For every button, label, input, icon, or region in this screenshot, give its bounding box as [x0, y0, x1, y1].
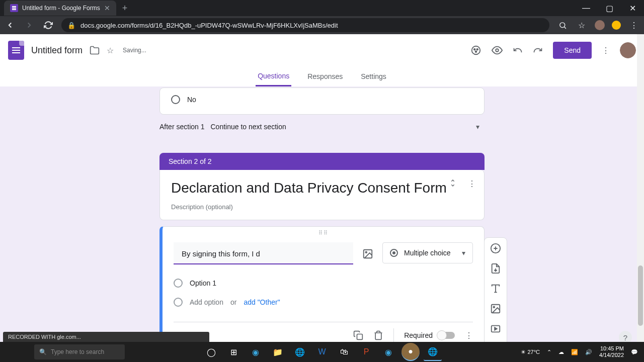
collapse-section-icon[interactable]	[449, 179, 457, 189]
radio-icon	[171, 95, 180, 104]
previous-question-card[interactable]: No	[159, 87, 485, 115]
volume-icon[interactable]: 🔊	[585, 349, 592, 355]
section-header-card[interactable]: Declaration and Data Privacy Consent For…	[159, 170, 485, 220]
cortana-icon[interactable]: ◯	[202, 343, 220, 361]
radio-type-icon	[390, 249, 398, 257]
move-to-folder-icon[interactable]	[90, 45, 100, 55]
add-video-icon[interactable]	[490, 323, 501, 334]
preview-icon[interactable]	[492, 45, 503, 56]
required-label: Required	[404, 331, 433, 339]
question-type-dropdown[interactable]: Multiple choice ▾	[382, 242, 473, 263]
window-close[interactable]: ✕	[621, 0, 644, 16]
svg-point-4	[475, 51, 477, 52]
theme-icon[interactable]	[470, 45, 481, 56]
wifi-icon[interactable]: 📶	[571, 349, 578, 355]
add-image-toolbar-icon[interactable]	[490, 303, 501, 314]
option-text[interactable]: Option 1	[190, 279, 216, 287]
undo-icon[interactable]	[513, 45, 523, 55]
save-status: Saving...	[123, 47, 146, 54]
tray-chevron-icon[interactable]: ⌃	[547, 349, 551, 355]
chrome-active-icon[interactable]: 🌐	[424, 343, 442, 361]
notifications-icon[interactable]: 💬	[631, 349, 638, 355]
question-input[interactable]	[182, 249, 345, 258]
explorer-icon[interactable]: 📁	[269, 343, 287, 361]
svg-point-11	[493, 306, 495, 308]
dropdown-arrow-icon: ▾	[476, 123, 479, 131]
word-icon[interactable]: W	[313, 343, 331, 361]
section-action-dropdown[interactable]: Continue to next section ▾	[211, 123, 485, 131]
forms-favicon	[10, 4, 18, 12]
window-minimize[interactable]: —	[575, 0, 598, 16]
bookmark-icon[interactable]: ☆	[576, 21, 588, 30]
forward-button[interactable]	[23, 21, 35, 30]
svg-point-0	[559, 22, 565, 27]
svg-point-3	[477, 49, 478, 50]
add-image-icon[interactable]	[362, 242, 373, 259]
url-text: docs.google.com/forms/d/16_B2HQdb_-uPIDW…	[80, 22, 338, 29]
star-icon[interactable]: ☆	[107, 46, 114, 55]
import-questions-icon[interactable]	[490, 263, 501, 274]
section-menu-icon[interactable]: ⋮	[468, 179, 476, 189]
more-menu-icon[interactable]: ⋮	[602, 46, 610, 55]
svg-point-7	[365, 251, 367, 253]
edge-icon[interactable]: ◉	[247, 343, 265, 361]
redo-icon[interactable]	[533, 45, 543, 55]
section-title[interactable]: Declaration and Data Privacy Consent For…	[171, 180, 473, 196]
after-section-label: After section 1	[159, 123, 205, 131]
recorded-with-badge: RECORDED WITH gle.com...	[3, 332, 209, 342]
tab-settings[interactable]: Settings	[359, 66, 388, 86]
windows-taskbar: 🔍 Type here to search ◯ ⊞ ◉ 📁 🌐 W 🛍 P ◉ …	[0, 342, 644, 362]
taskbar-search[interactable]: 🔍 Type here to search	[34, 344, 125, 359]
address-bar[interactable]: 🔒 docs.google.com/forms/d/16_B2HQdb_-uPI…	[61, 18, 549, 32]
svg-rect-8	[357, 334, 363, 340]
add-other-button[interactable]: add "Other"	[244, 298, 280, 306]
zoom-icon[interactable]	[556, 21, 569, 30]
add-option-button[interactable]: Add option	[190, 298, 223, 306]
onedrive-icon[interactable]: ☁	[558, 349, 564, 355]
powerpoint-icon[interactable]: P	[357, 343, 375, 361]
add-title-icon[interactable]	[490, 283, 501, 294]
duplicate-icon[interactable]	[353, 330, 363, 340]
question-type-label: Multiple choice	[404, 249, 451, 257]
question-menu-icon[interactable]: ⋮	[465, 331, 473, 340]
store-icon[interactable]: 🛍	[335, 343, 353, 361]
section-action-value: Continue to next section	[211, 123, 286, 131]
svg-point-2	[474, 49, 475, 50]
weather-widget[interactable]: ☀ 27°C	[521, 349, 540, 355]
back-button[interactable]	[4, 21, 16, 30]
chevron-down-icon: ▾	[462, 249, 465, 257]
tab-responses[interactable]: Responses	[305, 66, 345, 86]
question-card[interactable]: ⠿⠿ Multiple choice ▾ Option 1	[159, 226, 485, 349]
profile-avatar[interactable]	[595, 20, 605, 30]
add-question-icon[interactable]	[490, 243, 501, 254]
browser-tab[interactable]: Untitled form - Google Forms ✕	[4, 1, 116, 16]
edge2-icon[interactable]: ◉	[379, 343, 397, 361]
svg-point-5	[496, 49, 499, 52]
close-tab-icon[interactable]: ✕	[104, 4, 110, 12]
reload-button[interactable]	[42, 21, 54, 30]
svg-point-1	[472, 46, 480, 55]
send-button[interactable]: Send	[553, 42, 592, 59]
user-avatar[interactable]	[620, 42, 636, 58]
section-navigation: After section 1 Continue to next section…	[159, 115, 485, 139]
radio-icon	[174, 298, 183, 307]
option-label: No	[187, 96, 196, 104]
required-toggle[interactable]	[438, 332, 455, 339]
task-view-icon[interactable]: ⊞	[224, 343, 243, 361]
tab-questions[interactable]: Questions	[256, 66, 291, 86]
delete-icon[interactable]	[373, 330, 383, 340]
new-tab-button[interactable]: +	[116, 3, 134, 14]
window-maximize[interactable]: ▢	[598, 0, 621, 16]
chrome-icon[interactable]: 🌐	[291, 343, 309, 361]
drag-handle-icon[interactable]: ⠿⠿	[163, 227, 484, 237]
divider	[393, 328, 394, 342]
clock[interactable]: 10:45 PM 4/14/2022	[599, 345, 624, 358]
recorder-icon[interactable]: ●	[401, 343, 420, 361]
forms-logo[interactable]	[8, 41, 24, 60]
section-description[interactable]: Description (optional)	[171, 203, 473, 211]
tab-title: Untitled form - Google Forms	[22, 5, 100, 12]
document-title[interactable]: Untitled form	[31, 45, 83, 56]
account-indicator[interactable]	[612, 21, 621, 30]
browser-menu-icon[interactable]: ⋮	[628, 21, 640, 30]
section-badge: Section 2 of 2	[159, 153, 485, 170]
